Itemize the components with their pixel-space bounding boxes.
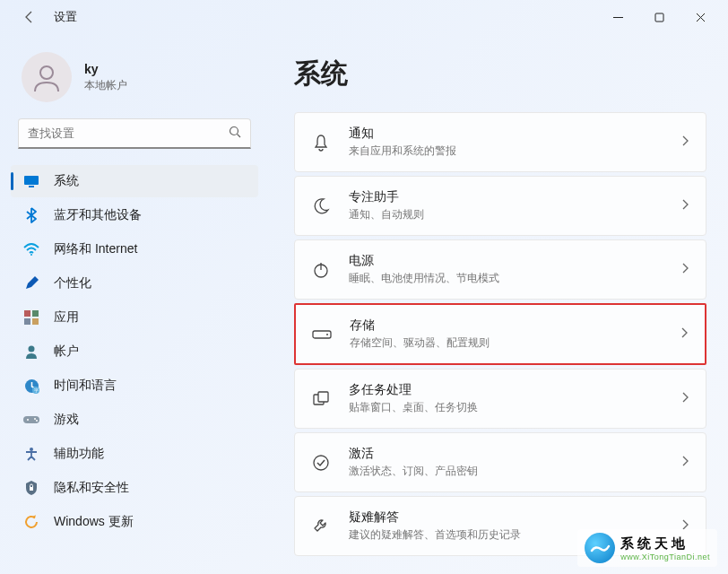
sidebar-item-label: 蓝牙和其他设备 [54, 207, 142, 223]
chevron-right-icon [680, 455, 689, 471]
settings-item-title: 激活 [349, 446, 663, 462]
svg-point-3 [230, 126, 238, 135]
settings-item-moon[interactable]: 专注助手 通知、自动规则 [294, 176, 706, 236]
svg-rect-16 [23, 416, 39, 423]
time-icon: 字 [23, 378, 39, 394]
settings-item-title: 多任务处理 [349, 382, 663, 398]
search-box[interactable] [18, 118, 251, 149]
sidebar-item-label: 帐户 [54, 344, 79, 360]
watermark: 系统天地 www.XiTongTianDi.net [577, 529, 717, 567]
close-button[interactable] [680, 4, 721, 30]
sidebar-item-account[interactable]: 帐户 [11, 335, 258, 368]
svg-point-19 [36, 420, 38, 422]
sidebar-item-personalize[interactable]: 个性化 [11, 267, 258, 300]
titlebar: 设置 [0, 0, 728, 34]
system-icon [23, 173, 39, 189]
sidebar-item-label: 网络和 Internet [54, 241, 137, 257]
chevron-right-icon [680, 262, 689, 278]
svg-point-20 [30, 448, 33, 451]
sidebar-item-label: 辅助功能 [54, 446, 104, 462]
sidebar-item-wifi[interactable]: 网络和 Internet [11, 233, 258, 265]
svg-rect-6 [29, 186, 34, 187]
nav-list: 系统 蓝牙和其他设备 网络和 Internet 个性化 应用 帐户 字 时间和语… [0, 165, 269, 538]
svg-line-4 [238, 134, 241, 137]
avatar [22, 52, 72, 102]
settings-item-power[interactable]: 电源 睡眠、电池使用情况、节电模式 [294, 239, 706, 300]
sidebar-item-update[interactable]: Windows 更新 [11, 506, 258, 538]
search-icon [229, 126, 241, 142]
sidebar-item-label: 游戏 [54, 412, 79, 428]
account-type: 本地帐户 [84, 78, 127, 93]
settings-item-title: 专注助手 [349, 189, 663, 205]
svg-point-17 [27, 419, 29, 421]
minimize-button[interactable] [597, 4, 638, 30]
sidebar-item-label: Windows 更新 [54, 514, 134, 530]
sidebar-item-apps[interactable]: 应用 [11, 301, 258, 334]
sidebar-item-label: 个性化 [54, 275, 91, 291]
svg-point-2 [40, 66, 53, 79]
sidebar-item-privacy[interactable]: 隐私和安全性 [11, 472, 258, 504]
apps-icon [23, 309, 39, 326]
username: ky [84, 62, 127, 76]
svg-rect-21 [30, 487, 33, 491]
gaming-icon [23, 412, 39, 428]
sidebar-item-gaming[interactable]: 游戏 [11, 404, 258, 436]
wifi-icon [23, 241, 39, 257]
svg-text:字: 字 [33, 387, 38, 393]
moon-icon [311, 196, 331, 216]
settings-item-title: 通知 [349, 126, 663, 142]
bell-icon [311, 133, 331, 152]
accessibility-icon [23, 446, 39, 462]
back-button[interactable] [22, 9, 38, 25]
troubleshoot-icon [311, 517, 331, 536]
svg-rect-9 [32, 310, 39, 317]
main-panel: 系统 通知 来自应用和系统的警报 专注助手 通知、自动规则 电源 睡眠、电池使用… [269, 34, 728, 574]
user-profile[interactable]: ky 本地帐户 [0, 45, 269, 118]
chevron-right-icon [680, 198, 689, 214]
settings-item-subtitle: 睡眠、电池使用情况、节电模式 [349, 271, 663, 286]
chevron-right-icon [680, 326, 689, 343]
svg-rect-5 [24, 176, 39, 185]
svg-rect-11 [32, 318, 39, 325]
sidebar-item-label: 时间和语言 [54, 378, 117, 394]
personalize-icon [23, 275, 39, 291]
update-icon [23, 514, 39, 530]
sidebar-item-label: 隐私和安全性 [54, 480, 129, 496]
sidebar-item-label: 系统 [54, 173, 79, 189]
privacy-icon [23, 480, 39, 496]
sidebar-item-bluetooth[interactable]: 蓝牙和其他设备 [11, 199, 258, 231]
account-icon [23, 344, 39, 360]
check-icon [311, 453, 331, 473]
watermark-cn: 系统天地 [620, 535, 710, 552]
settings-item-title: 存储 [350, 317, 662, 334]
settings-item-bell[interactable]: 通知 来自应用和系统的警报 [294, 112, 706, 172]
chevron-right-icon [680, 135, 689, 151]
settings-item-check[interactable]: 激活 激活状态、订阅、产品密钥 [294, 432, 706, 492]
sidebar-item-label: 应用 [54, 309, 79, 326]
multitask-icon [311, 389, 331, 409]
page-title: 系统 [294, 56, 706, 92]
app-title: 设置 [54, 9, 77, 25]
sidebar-item-accessibility[interactable]: 辅助功能 [11, 438, 258, 470]
storage-icon [312, 325, 332, 344]
svg-rect-8 [24, 310, 30, 317]
svg-point-7 [30, 254, 32, 256]
sidebar-item-time[interactable]: 字 时间和语言 [11, 370, 258, 402]
svg-point-18 [34, 418, 36, 420]
svg-point-12 [29, 346, 35, 352]
settings-item-subtitle: 激活状态、订阅、产品密钥 [349, 464, 663, 479]
search-input[interactable] [28, 126, 229, 140]
svg-point-28 [314, 456, 328, 470]
maximize-button[interactable] [638, 4, 680, 30]
svg-point-25 [326, 334, 328, 335]
sidebar-item-system[interactable]: 系统 [11, 165, 258, 197]
settings-item-subtitle: 贴靠窗口、桌面、任务切换 [349, 400, 663, 415]
settings-list: 通知 来自应用和系统的警报 专注助手 通知、自动规则 电源 睡眠、电池使用情况、… [294, 112, 706, 556]
settings-item-storage[interactable]: 存储 存储空间、驱动器、配置规则 [294, 303, 706, 365]
svg-rect-27 [318, 392, 328, 402]
svg-rect-10 [24, 318, 30, 325]
settings-item-subtitle: 通知、自动规则 [349, 207, 663, 222]
settings-item-title: 疑难解答 [349, 509, 663, 526]
window-controls [597, 4, 721, 30]
settings-item-multitask[interactable]: 多任务处理 贴靠窗口、桌面、任务切换 [294, 369, 706, 429]
